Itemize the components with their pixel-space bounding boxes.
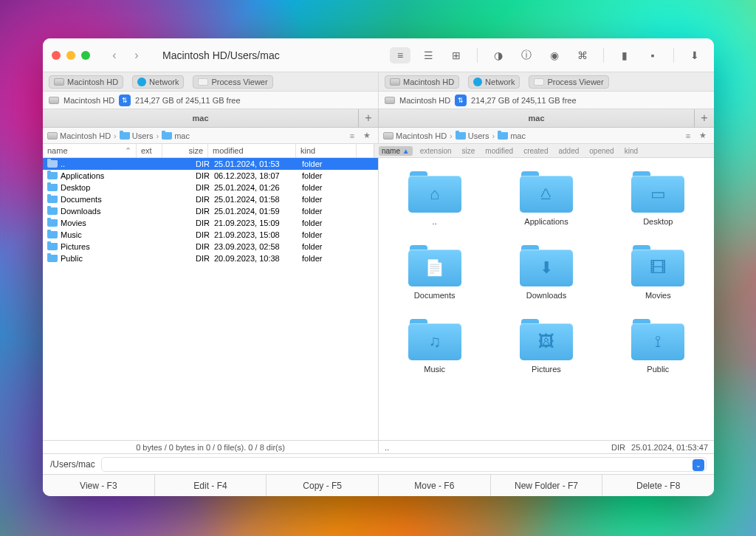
- harddisk-icon: [390, 78, 400, 86]
- drive-free-space: 214,27 GB of 245,11 GB free: [135, 96, 240, 105]
- file-name: Downloads: [61, 207, 100, 216]
- breadcrumb-seg-users[interactable]: Users: [456, 131, 489, 140]
- col-size[interactable]: size: [162, 144, 208, 157]
- folder-item[interactable]: ⟟Public: [617, 319, 698, 374]
- sort-extension[interactable]: extension: [417, 146, 455, 156]
- col-modified[interactable]: modified: [208, 144, 296, 157]
- breadcrumb-seg-hd[interactable]: Macintosh HD: [47, 131, 111, 140]
- drive-name: Macintosh HD: [399, 96, 450, 105]
- file-size: DIR: [168, 171, 214, 180]
- star-icon[interactable]: ★: [696, 130, 709, 142]
- folder-label: Downloads: [526, 291, 566, 300]
- list-row[interactable]: DocumentsDIR25.01.2024, 01:58folder: [43, 193, 378, 205]
- folder-item[interactable]: ⌂..: [394, 171, 475, 226]
- folder-item[interactable]: ⩟Applications: [506, 171, 587, 226]
- new-tab-button[interactable]: +: [695, 109, 714, 127]
- tab-mac[interactable]: mac: [379, 109, 695, 127]
- folder-item[interactable]: 🎞Movies: [617, 245, 698, 300]
- view-button[interactable]: View - F3: [43, 475, 155, 496]
- col-kind[interactable]: kind: [296, 144, 357, 157]
- folder-label: Applications: [524, 217, 568, 226]
- file-size: DIR: [168, 207, 214, 216]
- list-row[interactable]: DownloadsDIR25.01.2024, 01:59folder: [43, 205, 378, 217]
- bookmark-hd[interactable]: Macintosh HD: [49, 75, 123, 89]
- folder-item[interactable]: 🖼Pictures: [506, 319, 587, 374]
- list-row[interactable]: DesktopDIR25.01.2024, 01:26folder: [43, 182, 378, 193]
- left-pane[interactable]: ..DIR25.01.2024, 01:53folderApplications…: [43, 158, 379, 440]
- archive-icon[interactable]: ▮: [614, 47, 635, 63]
- folder-icon: 🎞: [631, 245, 684, 286]
- drive-dropdown[interactable]: ⇅: [119, 95, 131, 106]
- move-button[interactable]: Move - F6: [379, 475, 491, 496]
- breadcrumb-seg-users[interactable]: Users: [120, 131, 154, 140]
- new-tab-button[interactable]: +: [359, 109, 378, 127]
- folder-icon: [498, 132, 508, 140]
- star-icon[interactable]: ★: [360, 130, 374, 142]
- chevron-down-icon[interactable]: ⌄: [693, 459, 704, 471]
- bookmark-network[interactable]: Network: [132, 75, 184, 89]
- hamburger-icon[interactable]: ≡: [346, 130, 359, 142]
- list-row[interactable]: MusicDIR21.09.2023, 15:08folder: [43, 229, 378, 241]
- download-icon[interactable]: ⬇: [684, 47, 705, 63]
- file-name: ..: [61, 159, 65, 168]
- file-name: Music: [61, 230, 82, 239]
- eject-icon[interactable]: ▪: [642, 47, 663, 63]
- sort-opened[interactable]: opened: [586, 146, 616, 156]
- binoculars-icon[interactable]: ⌘: [572, 47, 593, 63]
- harddisk-icon: [385, 97, 395, 104]
- hamburger-icon[interactable]: ≡: [681, 130, 695, 142]
- edit-button[interactable]: Edit - F4: [155, 475, 267, 496]
- list-row[interactable]: MoviesDIR21.09.2023, 15:09folder: [43, 217, 378, 229]
- breadcrumb-seg-hd[interactable]: Macintosh HD: [383, 131, 447, 140]
- breadcrumb-seg-mac[interactable]: mac: [162, 131, 190, 140]
- file-name: Applications: [61, 171, 104, 180]
- bookmark-network[interactable]: Network: [468, 75, 520, 89]
- folder-item[interactable]: ♫Music: [394, 319, 475, 374]
- tab-mac[interactable]: mac: [43, 109, 359, 127]
- copy-button[interactable]: Copy - F5: [267, 475, 379, 496]
- sort-created[interactable]: created: [520, 146, 551, 156]
- path-input[interactable]: ⌄: [101, 457, 707, 472]
- bookmark-process-viewer[interactable]: Process Viewer: [529, 75, 608, 89]
- nav-forward-button[interactable]: ›: [127, 47, 146, 63]
- sort-kind[interactable]: kind: [622, 146, 641, 156]
- file-modified: 21.09.2023, 15:09: [214, 219, 302, 227]
- view-grid-icon[interactable]: ⊞: [446, 47, 467, 63]
- sort-name[interactable]: name ▲: [379, 146, 413, 156]
- zoom-button[interactable]: [81, 51, 90, 60]
- view-columns-icon[interactable]: ☰: [418, 47, 439, 63]
- folder-item[interactable]: ⬇Downloads: [506, 245, 587, 300]
- breadcrumb-seg-mac[interactable]: mac: [498, 131, 526, 140]
- info-icon[interactable]: ⓘ: [516, 47, 537, 63]
- folder-icon: ⌂: [408, 171, 461, 213]
- status-parent: ..: [385, 443, 389, 452]
- toggle-switch-icon[interactable]: ◑: [488, 47, 509, 63]
- new-folder-button[interactable]: New Folder - F7: [491, 475, 603, 496]
- list-row[interactable]: PicturesDIR23.09.2023, 02:58folder: [43, 241, 378, 252]
- delete-button[interactable]: Delete - F8: [602, 475, 714, 496]
- bookmark-hd[interactable]: Macintosh HD: [385, 75, 459, 89]
- nav-back-button[interactable]: ‹: [105, 47, 124, 63]
- list-row[interactable]: ApplicationsDIR06.12.2023, 18:07folder: [43, 170, 378, 182]
- col-name[interactable]: name⌃: [43, 144, 137, 157]
- col-ext[interactable]: ext: [137, 144, 162, 157]
- folder-item[interactable]: ▭Desktop: [617, 171, 698, 226]
- close-button[interactable]: [52, 51, 61, 60]
- file-kind: folder: [302, 219, 362, 227]
- file-modified: 20.09.2023, 10:38: [214, 254, 302, 263]
- view-list-icon[interactable]: ≡: [390, 47, 410, 63]
- list-row[interactable]: ..DIR25.01.2024, 01:53folder: [43, 158, 378, 170]
- right-pane[interactable]: ⌂..⩟Applications▭Desktop📄Documents⬇Downl…: [379, 158, 714, 440]
- folder-icon: [47, 172, 58, 179]
- minimize-button[interactable]: [66, 51, 75, 60]
- sort-size[interactable]: size: [459, 146, 478, 156]
- folder-label: ..: [433, 217, 437, 226]
- quicklook-icon[interactable]: ◉: [544, 47, 565, 63]
- folder-item[interactable]: 📄Documents: [394, 245, 475, 300]
- list-row[interactable]: PublicDIR20.09.2023, 10:38folder: [43, 252, 378, 264]
- sort-added[interactable]: added: [555, 146, 582, 156]
- drive-dropdown[interactable]: ⇅: [455, 95, 467, 106]
- sort-modified[interactable]: modified: [482, 146, 516, 156]
- bookmark-process-viewer[interactable]: Process Viewer: [193, 75, 272, 89]
- folder-icon: ▭: [631, 171, 684, 213]
